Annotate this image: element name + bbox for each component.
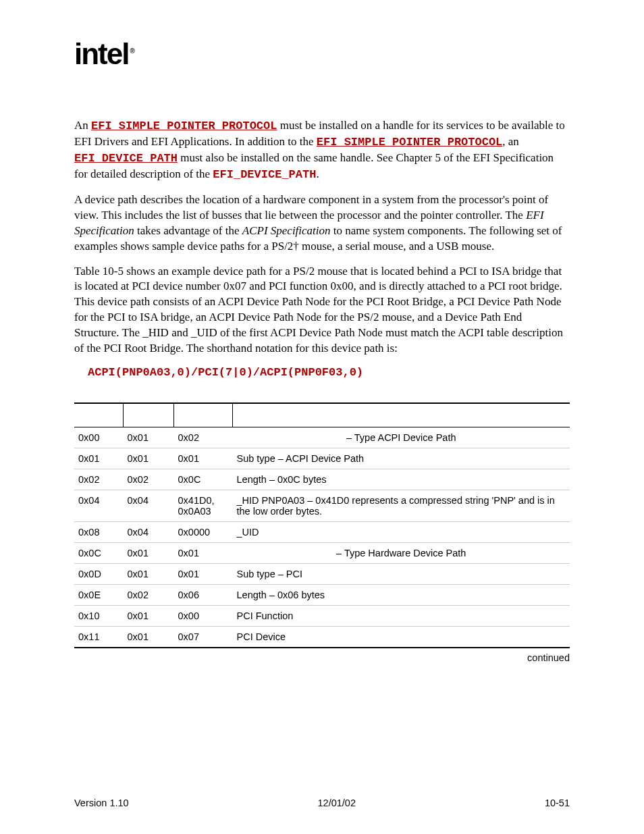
efi-device-path-link[interactable]: EFI_DEVICE_PATH [74, 152, 178, 165]
text: A device path describes the location of … [74, 193, 548, 221]
cell-offset: 0x11 [74, 627, 124, 648]
cell-length: 0x01 [124, 627, 174, 648]
cell-length: 0x04 [124, 490, 174, 522]
cell-length: 0x01 [124, 564, 174, 585]
footer-page-number: 10-51 [545, 798, 570, 808]
table-header-row [74, 403, 570, 427]
table-row: 0x010x010x01Sub type – ACPI Device Path [74, 448, 570, 469]
table-row: 0x040x040x41D0, 0x0A03_HID PNP0A03 – 0x4… [74, 490, 570, 522]
cell-length: 0x01 [124, 543, 174, 564]
cell-value: 0x01 [174, 448, 233, 469]
text: An [74, 119, 91, 132]
cell-offset: 0x01 [74, 448, 124, 469]
header-offset [74, 403, 124, 427]
cell-description: Sub type – ACPI Device Path [233, 448, 570, 469]
cell-length: 0x01 [124, 606, 174, 627]
text: , an [502, 135, 519, 148]
cell-offset: 0x0C [74, 543, 124, 564]
cell-description: _UID [233, 522, 570, 543]
cell-value: 0x01 [174, 564, 233, 585]
table-row: 0x000x010x02– Type ACPI Device Path [74, 427, 570, 448]
table-row: 0x100x010x00PCI Function [74, 606, 570, 627]
text: takes advantage of the [134, 224, 242, 237]
cell-length: 0x01 [124, 427, 174, 448]
efi-simple-pointer-protocol-link[interactable]: EFI_SIMPLE_POINTER_PROTOCOL [91, 120, 277, 132]
cell-description: – Type Hardware Device Path [233, 543, 570, 564]
cell-description: PCI Function [233, 606, 570, 627]
paragraph-1: An EFI_SIMPLE_POINTER_PROTOCOL must be i… [74, 118, 570, 183]
header-length [124, 403, 174, 427]
table-row: 0x080x040x0000_UID [74, 522, 570, 543]
cell-value: 0x02 [174, 427, 233, 448]
header-value [174, 403, 233, 427]
cell-value: 0x0000 [174, 522, 233, 543]
cell-description: – Type ACPI Device Path [233, 427, 570, 448]
acpi-spec-emphasis: ACPI Specification [242, 224, 331, 237]
text: . [316, 167, 319, 180]
table-row: 0x110x010x07PCI Device [74, 627, 570, 648]
paragraph-3: Table 10-5 shows an example device path … [74, 264, 570, 357]
logo-text: intel [74, 37, 128, 70]
cell-length: 0x02 [124, 469, 174, 490]
cell-offset: 0x0D [74, 564, 124, 585]
cell-description: Length – 0x0C bytes [233, 469, 570, 490]
footer-date: 12/01/02 [318, 798, 356, 808]
cell-value: 0x01 [174, 543, 233, 564]
cell-offset: 0x10 [74, 606, 124, 627]
table-continued-label: continued [74, 652, 570, 663]
page-footer: Version 1.10 12/01/02 10-51 [74, 798, 570, 808]
cell-offset: 0x04 [74, 490, 124, 522]
intel-logo: intel® [74, 37, 570, 71]
document-page: intel® An EFI_SIMPLE_POINTER_PROTOCOL mu… [0, 0, 644, 834]
cell-offset: 0x00 [74, 427, 124, 448]
cell-description: Length – 0x06 bytes [233, 585, 570, 606]
efi-simple-pointer-protocol-link[interactable]: EFI_SIMPLE_POINTER_PROTOCOL [317, 136, 502, 149]
cell-length: 0x02 [124, 585, 174, 606]
header-description [233, 403, 570, 427]
registered-mark: ® [130, 47, 134, 55]
cell-offset: 0x02 [74, 469, 124, 490]
cell-description: _HID PNP0A03 – 0x41D0 represents a compr… [233, 490, 570, 522]
cell-value: 0x0C [174, 469, 233, 490]
table-row: 0x0E0x020x06Length – 0x06 bytes [74, 585, 570, 606]
table-row: 0x0C0x010x01– Type Hardware Device Path [74, 543, 570, 564]
table-row: 0x020x020x0CLength – 0x0C bytes [74, 469, 570, 490]
cell-description: Sub type – PCI [233, 564, 570, 585]
cell-length: 0x04 [124, 522, 174, 543]
cell-offset: 0x0E [74, 585, 124, 606]
cell-description: PCI Device [233, 627, 570, 648]
cell-value: 0x06 [174, 585, 233, 606]
efi-device-path-text: EFI_DEVICE_PATH [213, 168, 316, 181]
paragraph-2: A device path describes the location of … [74, 192, 570, 255]
cell-value: 0x00 [174, 606, 233, 627]
cell-length: 0x01 [124, 448, 174, 469]
table-row: 0x0D0x010x01Sub type – PCI [74, 564, 570, 585]
cell-offset: 0x08 [74, 522, 124, 543]
device-path-shorthand: ACPI(PNP0A03,0)/PCI(7|0)/ACPI(PNP0F03,0) [88, 366, 570, 379]
device-path-table: 0x000x010x02– Type ACPI Device Path0x010… [74, 402, 570, 648]
footer-version: Version 1.10 [74, 798, 129, 808]
cell-value: 0x41D0, 0x0A03 [174, 490, 233, 522]
cell-value: 0x07 [174, 627, 233, 648]
